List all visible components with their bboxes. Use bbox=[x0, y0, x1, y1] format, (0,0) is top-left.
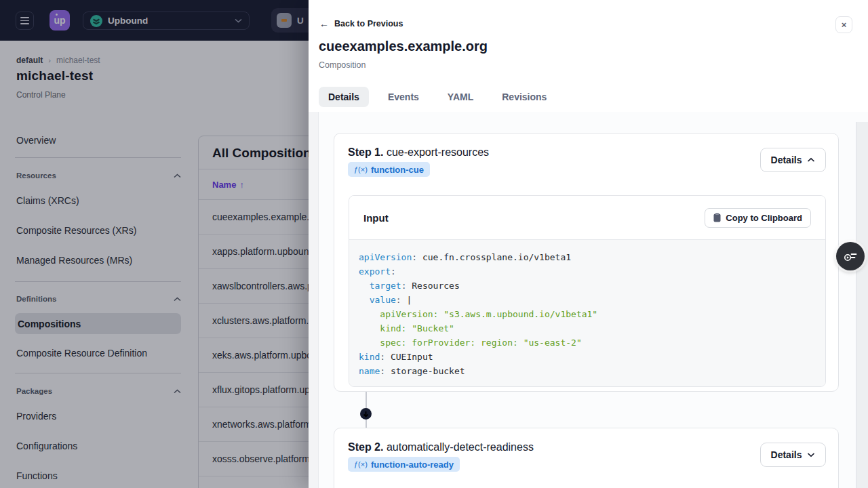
chevron-down-icon bbox=[807, 452, 815, 458]
function-badge[interactable]: ƒ(×) function-cue bbox=[348, 162, 430, 177]
composition-name-title: cueexamples.example.org bbox=[319, 39, 488, 54]
panel-tabs: Details Events YAML Revisions bbox=[319, 87, 556, 107]
function-name: function-cue bbox=[371, 165, 424, 175]
step-input-card: Input Copy to Clipboard apiVersion: cue.… bbox=[349, 195, 826, 387]
step-1-title: Step 1. cue-export-resources bbox=[348, 146, 489, 159]
step-1-name: cue-export-resources bbox=[387, 146, 489, 158]
composition-type-label: Composition bbox=[319, 60, 366, 70]
feedback-form-icon bbox=[843, 250, 858, 262]
tab-events[interactable]: Events bbox=[378, 87, 429, 107]
panel-left-gutter bbox=[309, 112, 319, 488]
tab-yaml[interactable]: YAML bbox=[438, 87, 483, 107]
pipeline-arrow-node bbox=[360, 408, 372, 420]
step-1-details-button[interactable]: Details bbox=[760, 148, 826, 172]
pipeline-step-1-card: Step 1. cue-export-resources ƒ(×) functi… bbox=[334, 133, 839, 392]
input-title: Input bbox=[363, 212, 389, 224]
function-badge[interactable]: ƒ(×) function-auto-ready bbox=[348, 457, 460, 472]
code-block: apiVersion: cue.fn.crossplane.io/v1beta1… bbox=[349, 239, 825, 387]
tab-details[interactable]: Details bbox=[319, 87, 369, 107]
step-2-title: Step 2. automatically-detect-readiness bbox=[348, 441, 534, 453]
tab-revisions[interactable]: Revisions bbox=[492, 87, 556, 107]
back-to-previous-link[interactable]: ← Back to Previous bbox=[319, 19, 403, 28]
panel-scrollbar[interactable] bbox=[856, 122, 868, 488]
back-arrow-icon: ← bbox=[319, 19, 329, 28]
function-icon: ƒ(×) bbox=[354, 460, 368, 468]
panel-scroll-body: Step 1. cue-export-resources ƒ(×) functi… bbox=[309, 112, 868, 488]
copy-to-clipboard-button[interactable]: Copy to Clipboard bbox=[705, 208, 811, 228]
step-2-name: automatically-detect-readiness bbox=[387, 441, 534, 453]
pipeline-step-2-card: Step 2. automatically-detect-readiness ƒ… bbox=[334, 428, 839, 488]
screen: up Upbound U default › michael-test mich… bbox=[0, 0, 868, 488]
arrow-down-icon bbox=[363, 411, 369, 418]
step-2-details-button[interactable]: Details bbox=[760, 443, 826, 467]
function-icon: ƒ(×) bbox=[354, 165, 368, 174]
feedback-widget-button[interactable] bbox=[836, 242, 865, 270]
close-icon: × bbox=[842, 20, 847, 30]
function-name: function-auto-ready bbox=[371, 460, 454, 470]
clipboard-icon bbox=[713, 213, 721, 222]
input-header: Input Copy to Clipboard bbox=[349, 196, 825, 239]
chevron-up-icon bbox=[807, 157, 815, 163]
close-panel-button[interactable]: × bbox=[835, 16, 852, 33]
